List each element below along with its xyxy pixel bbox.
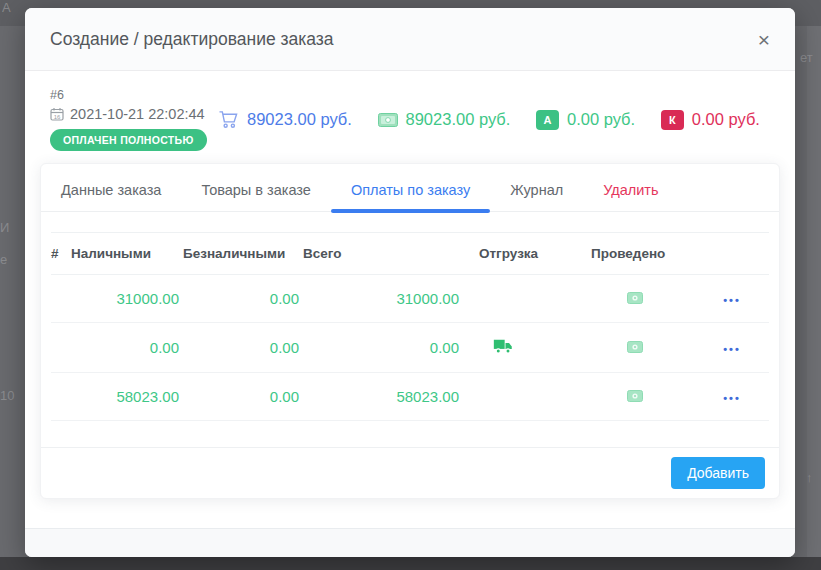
col-header-cash: Наличными: [71, 233, 183, 275]
amount-order-total-value: 89023.00 руб.: [247, 110, 352, 129]
truck-icon: [493, 338, 513, 354]
background-scrollbar: [807, 26, 821, 557]
col-header-num: #: [51, 233, 71, 275]
cart-icon: [218, 110, 239, 129]
cell-posted: [575, 275, 695, 323]
calendar-icon: 16: [50, 107, 64, 121]
tab-journal[interactable]: Журнал: [510, 182, 563, 211]
close-icon[interactable]: ×: [758, 29, 770, 50]
col-header-total: Всего: [303, 233, 463, 275]
col-header-actions: [695, 233, 769, 275]
amount-paid-total: 89023.00 руб.: [378, 110, 511, 129]
cell-cash: 0.00: [71, 323, 183, 373]
banknote-icon: [378, 113, 398, 127]
modal-title: Создание / редактирование заказа: [50, 29, 334, 50]
tab-order-payments[interactable]: Оплаты по заказу: [351, 182, 470, 211]
row-actions-icon[interactable]: •••: [723, 294, 741, 306]
payments-card: Данные заказа Товары в заказе Оплаты по …: [40, 163, 780, 499]
row-actions-icon[interactable]: •••: [723, 392, 741, 404]
a-badge: А: [536, 110, 559, 130]
posted-banknote-icon: [627, 292, 643, 304]
order-edit-modal: Создание / редактирование заказа × #6 16: [25, 8, 795, 557]
payment-row: 0.00 0.00 0.00: [51, 323, 769, 373]
cell-shipping: [463, 275, 575, 323]
order-ident: #6 16 2021-10-21 22:02:44 ОПЛАЧЕН ПОЛНОС…: [50, 88, 218, 151]
order-number: #6: [50, 88, 218, 102]
amount-k: К 0.00 руб.: [661, 110, 760, 130]
order-datetime: 2021-10-21 22:02:44: [70, 106, 205, 122]
cell-cashless: 0.00: [183, 373, 303, 421]
cell-cash: 31000.00: [71, 275, 183, 323]
col-header-shipping: Отгрузка: [463, 233, 575, 275]
cell-total: 0.00: [303, 323, 463, 373]
k-badge: К: [661, 110, 684, 130]
cell-total: 58023.00: [303, 373, 463, 421]
background-fragment: И: [0, 220, 9, 235]
order-amounts: 89023.00 руб. 89023.00 руб. А 0.00 руб.: [218, 110, 770, 130]
amount-k-value: 0.00 руб.: [692, 110, 760, 129]
col-header-cashless: Безналичными: [183, 233, 303, 275]
modal-header: Создание / редактирование заказа ×: [25, 8, 795, 71]
row-actions-icon[interactable]: •••: [723, 343, 741, 355]
cell-posted: [575, 373, 695, 421]
modal-body: #6 16 2021-10-21 22:02:44 ОПЛАЧЕН ПОЛНОС…: [25, 71, 795, 528]
order-datetime-row: 16 2021-10-21 22:02:44: [50, 106, 218, 122]
cell-num: [51, 275, 71, 323]
background-fragment: 10: [0, 388, 14, 403]
cell-cash: 58023.00: [71, 373, 183, 421]
tab-delete[interactable]: Удалить: [603, 182, 658, 211]
amount-a-value: 0.00 руб.: [567, 110, 635, 129]
cell-num: [51, 373, 71, 421]
amount-a: А 0.00 руб.: [536, 110, 635, 130]
modal-footer: [25, 528, 795, 557]
tab-bar: Данные заказа Товары в заказе Оплаты по …: [41, 164, 779, 212]
card-footer: Добавить: [41, 447, 779, 498]
payments-table: # Наличными Безналичными Всего Отгрузка …: [51, 232, 769, 421]
payment-row: 58023.00 0.00 58023.00: [51, 373, 769, 421]
tab-order-items[interactable]: Товары в заказе: [201, 182, 310, 211]
amount-paid-total-value: 89023.00 руб.: [406, 110, 511, 129]
cell-num: [51, 323, 71, 373]
payments-table-wrap: # Наличными Безналичными Всего Отгрузка …: [51, 232, 769, 421]
cell-shipping: [463, 373, 575, 421]
cell-shipping: [463, 323, 575, 373]
posted-banknote-icon: [627, 341, 643, 353]
tab-order-data[interactable]: Данные заказа: [61, 182, 161, 211]
table-header-row: # Наличными Безналичными Всего Отгрузка …: [51, 233, 769, 275]
col-header-posted: Проведено: [575, 233, 695, 275]
payment-row: 31000.00 0.00 31000.00: [51, 275, 769, 323]
add-payment-button[interactable]: Добавить: [671, 457, 765, 489]
cell-actions: •••: [695, 275, 769, 323]
amount-order-total: 89023.00 руб.: [218, 110, 352, 129]
background-page-bottom: [0, 557, 821, 570]
cell-posted: [575, 323, 695, 373]
cell-cashless: 0.00: [183, 275, 303, 323]
order-summary: #6 16 2021-10-21 22:02:44 ОПЛАЧЕН ПОЛНОС…: [40, 88, 780, 151]
svg-text:16: 16: [54, 114, 61, 120]
posted-banknote-icon: [627, 390, 643, 402]
cell-total: 31000.00: [303, 275, 463, 323]
cell-actions: •••: [695, 373, 769, 421]
cell-cashless: 0.00: [183, 323, 303, 373]
cell-actions: •••: [695, 323, 769, 373]
background-fragment: е: [0, 252, 7, 267]
status-badge: ОПЛАЧЕН ПОЛНОСТЬЮ: [50, 129, 207, 151]
